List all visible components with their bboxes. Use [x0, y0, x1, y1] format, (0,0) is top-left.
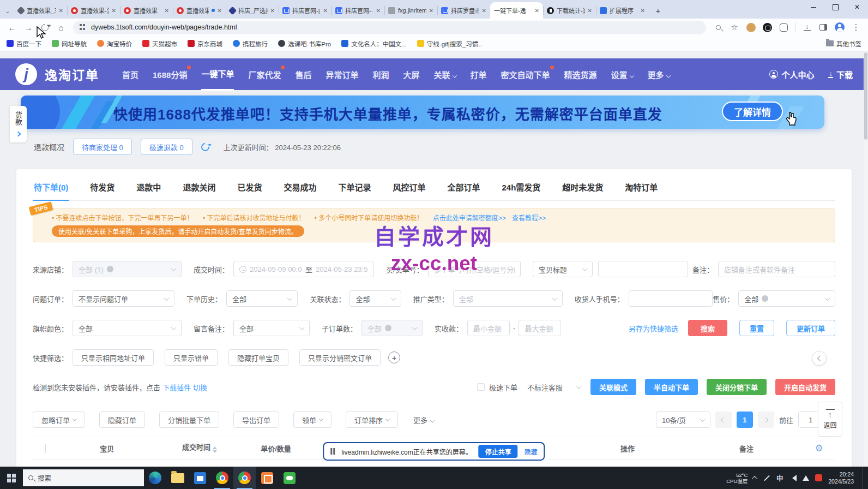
back-button[interactable]: ← — [4, 20, 20, 35]
tray-expand-chevron-icon[interactable] — [752, 476, 757, 481]
home-button[interactable]: ⌂ — [53, 20, 69, 35]
quick-filter-cipher-orders[interactable]: 只显示分销密文订单 — [299, 349, 381, 366]
clock[interactable]: 20:24 2024/5/23 — [828, 471, 854, 485]
tab-taote[interactable]: 淘特订单 — [624, 177, 659, 200]
bookmark-item[interactable]: 网址导航 — [52, 39, 87, 48]
save-quick-filter-link[interactable]: 另存为快捷筛选 — [629, 323, 678, 333]
auto-ship-button[interactable]: 开启自动发货 — [775, 379, 835, 395]
browser-tab[interactable]: fxg.jinritem — [384, 2, 437, 19]
tab-success[interactable]: 交易成功 — [282, 177, 317, 200]
column-settings-gear-icon[interactable]: ⚙ — [803, 443, 835, 454]
batch-order-button[interactable]: 分销批量下单 — [159, 412, 219, 428]
start-button[interactable] — [0, 467, 23, 489]
taskbar-orange-app-icon[interactable] — [256, 467, 278, 489]
browser-tab[interactable]: 下载统计-逸 — [543, 2, 596, 19]
tab-close-icon[interactable] — [112, 7, 116, 14]
page-size-select[interactable]: 10条/页 — [656, 412, 710, 428]
receiver-phone-input[interactable] — [629, 290, 713, 307]
nav-item-one-click-order[interactable]: 一键下单 — [201, 58, 234, 91]
address-bar[interactable]: dywebs.1tsoft.com/douyin-web/pages/trade… — [73, 21, 706, 34]
price-select[interactable]: 全部 — [738, 290, 835, 307]
stop-sharing-button[interactable]: 停止共享 — [479, 445, 518, 458]
tray-red-app-icon[interactable] — [815, 474, 822, 481]
scrollbar-thumb[interactable] — [864, 52, 867, 140]
order-no-input[interactable]: 多个单号可用空格/逗号分隔 — [428, 261, 521, 277]
relation-state-select[interactable]: 全部 — [349, 290, 401, 307]
tab-refund-closed[interactable]: 退款关闭 — [182, 177, 216, 200]
bookmark-item[interactable]: 文化名人：中国文... — [341, 39, 407, 48]
tray-pen-icon[interactable] — [764, 475, 770, 481]
nav-item-bigscreen[interactable]: 大屏 — [403, 59, 419, 90]
app-logo[interactable]: j — [15, 63, 37, 85]
nav-item-profit[interactable]: 利润 — [372, 59, 389, 90]
tab-close-icon[interactable] — [59, 7, 63, 14]
paid-max-input[interactable]: 最大金额 — [519, 320, 561, 336]
problem-order-select[interactable]: 不显示问题订单 — [73, 290, 174, 307]
extension-pet-icon[interactable] — [743, 20, 758, 35]
nav-item-print[interactable]: 打单 — [471, 59, 487, 90]
tab-close-icon[interactable] — [165, 7, 169, 14]
tab-close-icon[interactable] — [482, 7, 486, 14]
window-close-button[interactable] — [846, 0, 868, 14]
tab-close-icon[interactable] — [641, 7, 645, 14]
tab-close-icon[interactable] — [588, 7, 592, 14]
tab-refunding[interactable]: 退款中 — [135, 177, 162, 200]
taskbar-edge-icon[interactable] — [144, 467, 166, 489]
window-minimize-button[interactable] — [803, 0, 824, 14]
bookmark-item[interactable]: 选课吧-书库Pro — [278, 39, 331, 48]
close-distribution-button[interactable]: 关闭分销下单 — [707, 379, 767, 395]
nav-item-more[interactable]: 更多 — [648, 59, 670, 90]
source-shop-select[interactable]: 全部 (1) — [73, 261, 182, 277]
side-drawer-handle[interactable]: 货款 — [10, 106, 27, 142]
nav-item-factory[interactable]: 厂家代发 — [248, 59, 281, 90]
search-button[interactable]: 搜索 — [688, 320, 727, 336]
side-panel-icon[interactable] — [816, 20, 831, 35]
download-plugin-link[interactable]: 下载插件 — [162, 382, 191, 392]
tips-link-tutorial[interactable]: 查看教程>> — [512, 214, 546, 222]
bookmark-item[interactable]: 百度一下 — [7, 39, 41, 48]
tab-search-chevron-icon[interactable]: ⌄ — [1, 3, 14, 19]
taskbar-file-explorer-icon[interactable] — [166, 467, 189, 489]
browser-tab[interactable]: 直播效果-流 — [67, 2, 120, 19]
tab-close-icon[interactable] — [323, 7, 328, 14]
tab-close-icon[interactable] — [429, 7, 433, 14]
hide-share-bar-link[interactable]: 隐藏 — [525, 447, 538, 456]
tab-risk-orders[interactable]: 风控订单 — [391, 177, 426, 200]
browser-tab[interactable]: 抖店官网-| — [279, 2, 331, 19]
title-keyword-input[interactable] — [598, 261, 688, 277]
bookmark-star-icon[interactable] — [727, 20, 742, 35]
downloads-icon[interactable]: ↓ — [799, 20, 815, 35]
browser-tab[interactable]: 扩展程序 — [596, 2, 649, 19]
download-link[interactable]: ↓下载 — [828, 69, 853, 80]
zoom-icon[interactable] — [710, 20, 726, 35]
quick-filter-hide-printed[interactable]: 隐藏打单宝贝 — [228, 349, 288, 366]
ignore-orders-button[interactable]: 忽略订单 — [33, 412, 85, 428]
tab-close-icon[interactable] — [218, 7, 222, 14]
col-deal-time[interactable]: 成交时间 — [156, 442, 243, 455]
promo-banner[interactable]: 快使用1688代发推单吧！支持手机大单量推单，专属私密价，无需解密平台面单直发 … — [21, 96, 824, 129]
sort-orders-button[interactable]: 订单排序 — [346, 412, 398, 428]
tab-24h-ship[interactable]: 24h需发货 — [501, 177, 541, 200]
taskbar-green-app-icon[interactable] — [278, 467, 300, 489]
browser-tab[interactable]: 抖店_严选批 — [226, 2, 279, 19]
browser-tab[interactable]: 抖店官网-· — [331, 2, 384, 19]
nav-item-cipher-order[interactable]: 密文自动下单 — [501, 59, 550, 90]
sort-icon[interactable] — [213, 444, 217, 455]
quick-filter-wrong-orders[interactable]: 只显示错单 — [165, 349, 218, 366]
tab-pending-order[interactable]: 待下单(0) — [33, 177, 69, 201]
bookmark-item[interactable]: 携程旅行 — [233, 39, 268, 48]
volume-icon[interactable] — [789, 475, 797, 481]
extensions-puzzle-icon[interactable] — [776, 20, 791, 35]
reload-button[interactable] — [37, 20, 52, 35]
panel-collapse-button[interactable] — [812, 351, 827, 366]
browser-tab[interactable]: 直播效果 — [173, 2, 226, 19]
tips-link-quota[interactable]: 点击此处申请解密额度>> — [433, 214, 506, 222]
claim-orders-button[interactable]: 领单 — [293, 412, 331, 428]
window-maximize-button[interactable] — [824, 0, 846, 14]
banner-detail-button[interactable]: 了解详情 — [722, 102, 783, 121]
nav-item-1688[interactable]: 1688分销 — [153, 59, 187, 90]
title-field-select[interactable]: 宝贝标题 — [533, 261, 593, 277]
select-all-checkbox[interactable] — [45, 444, 46, 453]
browser-tab[interactable]: 抖店罗盘市 — [437, 2, 490, 19]
new-tab-button[interactable]: + — [651, 3, 665, 17]
